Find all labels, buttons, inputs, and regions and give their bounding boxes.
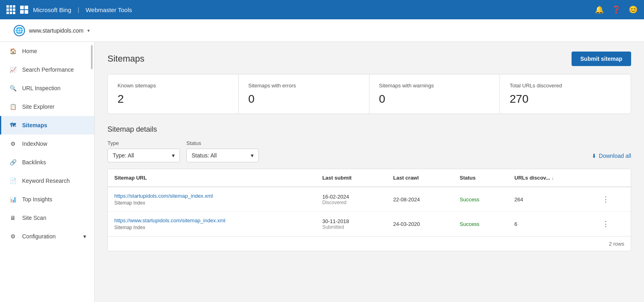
notification-icon[interactable]: 🔔 — [595, 5, 604, 14]
sidebar-label-backlinks: Backlinks — [22, 159, 46, 165]
globe-icon: 🌐 — [14, 25, 25, 36]
status-filter-select[interactable]: Status: All ▾ — [186, 149, 259, 162]
type-filter-select[interactable]: Type: All ▾ — [107, 149, 180, 162]
sidebar-item-url-inspection[interactable]: 🔍 URL Inspection — [0, 79, 94, 97]
sidebar-item-keyword-research[interactable]: 📄 Keyword Research — [0, 172, 94, 190]
stat-label: Total URLs discovered — [510, 83, 621, 89]
cell-sitemap-url: https://startupidols.com/sitemap_index.x… — [108, 187, 316, 212]
cell-last-submit: 16-02-2024 Discovered — [316, 187, 387, 212]
stat-value: 0 — [379, 93, 490, 105]
sidebar-label-top-insights: Top Insights — [22, 196, 52, 203]
config-chevron: ▾ — [83, 233, 86, 240]
backlinks-icon: 🔗 — [9, 159, 17, 166]
download-icon: ⬇ — [592, 153, 597, 159]
sidebar-item-search-performance[interactable]: 📈 Search Performance — [0, 60, 94, 79]
section-title: Sitemap details — [107, 125, 631, 134]
sidebar-label-site-explorer: Site Explorer — [22, 103, 54, 110]
status-filter-chevron: ▾ — [251, 152, 254, 159]
sidebar-item-site-scan[interactable]: 🖥 Site Scan — [0, 209, 94, 227]
col-actions — [596, 169, 631, 187]
site-bar: 🌐 www.startupidols.com ▾ — [0, 19, 644, 42]
status-filter-group: Status Status: All ▾ — [186, 140, 259, 162]
stat-label: Sitemaps with errors — [248, 83, 359, 89]
cell-urls-discovered: 264 — [508, 187, 596, 212]
cell-urls-discovered: 6 — [508, 212, 596, 236]
grid-menu-icon[interactable] — [6, 5, 15, 14]
help-icon[interactable]: ❓ — [612, 5, 621, 14]
type-filter-label: Type — [107, 140, 180, 146]
sidebar-item-configuration[interactable]: ⚙ Configuration ▾ — [0, 227, 94, 246]
top-navbar: Microsoft Bing | Webmaster Tools 🔔 ❓ 😊 — [0, 0, 644, 19]
status-filter-value: Status: All — [192, 152, 217, 159]
stat-label: Known sitemaps — [118, 83, 229, 89]
cell-last-submit: 30-11-2018 Submitted — [316, 212, 387, 236]
site-selector[interactable]: 🌐 www.startupidols.com ▾ — [10, 23, 94, 39]
stat-card: Sitemaps with warnings 0 — [369, 74, 500, 114]
config-label: Configuration — [22, 233, 56, 240]
cell-last-crawl: 24-03-2020 — [387, 212, 453, 236]
sidebar-item-backlinks[interactable]: 🔗 Backlinks — [0, 153, 94, 172]
site-explorer-icon: 📋 — [9, 103, 17, 110]
status-badge: Success — [460, 197, 479, 203]
main-layout: 🏠 Home 📈 Search Performance 🔍 URL Inspec… — [0, 42, 644, 302]
page-header: Sitemaps Submit sitemap — [107, 52, 631, 74]
sitemap-type: Sitemap Index — [114, 200, 310, 206]
topbar-right: 🔔 ❓ 😊 — [595, 5, 638, 14]
stat-value: 0 — [248, 93, 359, 105]
windows-icon — [20, 6, 28, 14]
indexnow-icon: ⚙ — [9, 140, 17, 147]
col-last-submit: Last submit — [316, 169, 387, 187]
home-icon: 🏠 — [9, 48, 17, 55]
type-filter-value: Type: All — [113, 152, 134, 159]
col-urls-discovered[interactable]: URLs discov... ↓ — [508, 169, 596, 187]
page-title: Sitemaps — [107, 54, 144, 64]
table-header-row: Sitemap URL Last submit Last crawl Statu… — [108, 169, 631, 187]
row-menu-icon[interactable]: ⋮ — [602, 195, 610, 203]
sitemap-url-link[interactable]: https://startupidols.com/sitemap_index.x… — [114, 193, 310, 199]
account-icon[interactable]: 😊 — [629, 5, 638, 14]
product-name: Webmaster Tools — [86, 6, 132, 13]
sidebar-label-url-inspection: URL Inspection — [22, 85, 60, 91]
sitemaps-table: Sitemap URL Last submit Last crawl Statu… — [108, 169, 631, 236]
row-menu-icon[interactable]: ⋮ — [602, 220, 610, 228]
config-icon: ⚙ — [9, 233, 17, 240]
sidebar-item-top-insights[interactable]: 📊 Top Insights — [0, 190, 94, 209]
site-scan-icon: 🖥 — [9, 214, 17, 221]
stat-value: 2 — [118, 93, 229, 105]
stat-card: Total URLs discovered 270 — [500, 74, 631, 114]
submit-sitemap-button[interactable]: Submit sitemap — [572, 52, 631, 66]
site-url: www.startupidols.com — [29, 27, 83, 34]
status-badge: Success — [460, 221, 479, 227]
config-label-group: ⚙ Configuration — [9, 233, 56, 240]
sidebar: 🏠 Home 📈 Search Performance 🔍 URL Inspec… — [0, 42, 95, 302]
sidebar-item-sitemaps[interactable]: 🗺 Sitemaps — [0, 116, 94, 134]
sidebar-item-home[interactable]: 🏠 Home — [0, 42, 94, 60]
app-name: Microsoft Bing — [33, 6, 71, 13]
download-all-button[interactable]: ⬇ Download all — [592, 149, 631, 162]
title-separator: | — [78, 6, 79, 13]
status-filter-label: Status — [186, 140, 259, 146]
cell-status: Success — [453, 187, 508, 212]
site-selector-chevron: ▾ — [87, 28, 90, 33]
type-filter-chevron: ▾ — [172, 152, 175, 159]
col-status: Status — [453, 169, 508, 187]
scrollbar[interactable] — [91, 42, 93, 302]
keyword-research-icon: 📄 — [9, 177, 17, 184]
stats-row: Known sitemaps 2 Sitemaps with errors 0 … — [107, 74, 631, 114]
cell-row-actions[interactable]: ⋮ — [596, 187, 631, 212]
sidebar-label-site-scan: Site Scan — [22, 215, 46, 221]
cell-row-actions[interactable]: ⋮ — [596, 212, 631, 236]
main-content: Sitemaps Submit sitemap Known sitemaps 2… — [95, 42, 644, 302]
table-row: https://www.startupidols.com/sitemap_ind… — [108, 212, 631, 236]
table-row: https://startupidols.com/sitemap_index.x… — [108, 187, 631, 212]
stat-value: 270 — [510, 93, 621, 105]
stat-card: Sitemaps with errors 0 — [239, 74, 369, 114]
col-last-crawl: Last crawl — [387, 169, 453, 187]
sitemap-url-link[interactable]: https://www.startupidols.com/sitemap_ind… — [114, 217, 310, 223]
stat-card: Known sitemaps 2 — [108, 74, 239, 114]
sidebar-label-home: Home — [22, 48, 37, 54]
sidebar-item-indexnow[interactable]: ⚙ IndexNow — [0, 134, 94, 153]
cell-status: Success — [453, 212, 508, 236]
sidebar-item-site-explorer[interactable]: 📋 Site Explorer — [0, 97, 94, 116]
top-insights-icon: 📊 — [9, 196, 17, 203]
